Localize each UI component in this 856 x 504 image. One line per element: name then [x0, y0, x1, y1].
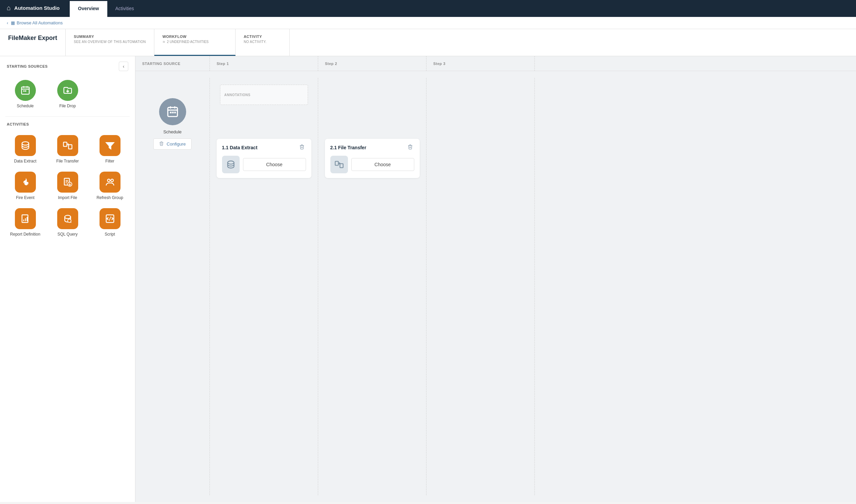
schedule-node-icon	[159, 98, 186, 125]
svg-rect-35	[174, 112, 176, 113]
info-cards: FileMaker Export SUMMARY SEE AN OVERVIEW…	[0, 29, 856, 56]
info-card-name: FileMaker Export	[0, 29, 66, 56]
info-card-summary[interactable]: SUMMARY SEE AN OVERVIEW OF THIS AUTOMATI…	[66, 29, 154, 56]
workflow-area: STARTING SOURCE Step 1 Step 2 Step 3	[136, 56, 856, 502]
step1-column: ANNOTATIONS 1.1 Data Extract	[210, 78, 318, 495]
col-header-step1: Step 1	[210, 56, 318, 71]
sidebar-item-script[interactable]: Script	[90, 205, 130, 239]
step2-choose-button[interactable]: Choose	[351, 158, 414, 171]
file-transfer-label: File Transfer	[56, 159, 79, 163]
sidebar-item-schedule[interactable]: Schedule	[5, 77, 45, 111]
script-label: Script	[105, 232, 115, 237]
breadcrumb-bar: ‹ ▦ Browse All Automations	[0, 17, 856, 29]
svg-point-7	[22, 142, 29, 145]
activity-title: ACTIVITY	[244, 35, 281, 39]
svg-rect-23	[26, 217, 28, 221]
main-layout: STARTING SOURCES ‹ Schedule	[0, 56, 856, 502]
info-card-workflow[interactable]: WORKFLOW ≋ 2 UNDEFINED ACTIVITIES	[154, 29, 236, 56]
col-header-step3: Step 3	[427, 56, 535, 71]
svg-rect-37	[335, 161, 338, 165]
automation-name: FileMaker Export	[8, 35, 57, 42]
workflow-title: WORKFLOW	[162, 35, 227, 39]
svg-rect-5	[25, 90, 26, 92]
svg-rect-4	[23, 90, 24, 92]
script-icon	[100, 208, 121, 229]
sidebar-item-import-file[interactable]: Import File	[48, 169, 87, 203]
refresh-group-icon	[100, 172, 121, 193]
svg-rect-22	[25, 218, 26, 221]
col-header-starting-source: STARTING SOURCE	[136, 56, 210, 71]
svg-point-24	[65, 215, 71, 219]
step2-delete-button[interactable]	[406, 144, 414, 151]
step2-icon-box	[331, 156, 348, 173]
workflow-icon: ≋	[162, 40, 165, 44]
activities-grid: Data Extract File Transfer	[0, 129, 135, 245]
annotations-label: ANNOTATIONS	[225, 93, 250, 97]
step2-card-body: Choose	[331, 156, 414, 173]
nav-tabs: Overview Activities	[70, 0, 142, 16]
schedule-icon	[15, 80, 36, 101]
home-icon[interactable]: ⌂	[7, 4, 11, 12]
svg-line-28	[109, 217, 111, 221]
summary-subtitle: SEE AN OVERVIEW OF THIS AUTOMATION	[74, 40, 146, 44]
info-card-activity[interactable]: ACTIVITY NO ACTIVITY.	[236, 29, 290, 56]
activity-subtitle: NO ACTIVITY.	[244, 40, 281, 44]
sidebar-item-file-transfer[interactable]: File Transfer	[48, 132, 87, 166]
top-nav: ⌂ Automation Studio Overview Activities	[0, 0, 856, 17]
step2-card-header: 2.1 File Transfer	[331, 144, 414, 151]
step2-title: 2.1 File Transfer	[331, 145, 367, 150]
step1-card-body: Choose	[222, 156, 306, 173]
step1-card-header: 1.1 Data Extract	[222, 144, 306, 151]
report-definition-icon	[15, 208, 36, 229]
sidebar-item-report-definition[interactable]: Report Definition	[5, 205, 45, 239]
svg-point-19	[111, 179, 113, 182]
left-sidebar: STARTING SOURCES ‹ Schedule	[0, 56, 136, 502]
sidebar-item-file-drop[interactable]: File Drop	[48, 77, 87, 111]
data-extract-label: Data Extract	[14, 159, 36, 163]
breadcrumb-link[interactable]: ▦ Browse All Automations	[11, 20, 63, 25]
sidebar-item-filter[interactable]: Filter	[90, 132, 130, 166]
workflow-header: STARTING SOURCE Step 1 Step 2 Step 3	[136, 56, 856, 71]
brand-label: Automation Studio	[14, 5, 59, 11]
brand: ⌂ Automation Studio	[0, 0, 66, 16]
sidebar-item-fire-event[interactable]: Fire Event	[5, 169, 45, 203]
svg-rect-33	[170, 112, 172, 113]
back-arrow[interactable]: ‹	[7, 20, 8, 25]
workflow-content: Schedule Configure	[136, 71, 856, 502]
sidebar-item-data-extract[interactable]: Data Extract	[5, 132, 45, 166]
step1-card: 1.1 Data Extract	[217, 139, 311, 178]
activities-section: ACTIVITIES	[0, 117, 135, 129]
filter-icon	[100, 135, 121, 156]
collapse-sidebar-btn[interactable]: ‹	[119, 61, 128, 71]
summary-title: SUMMARY	[74, 35, 146, 39]
col-header-step2: Step 2	[318, 56, 427, 71]
svg-rect-38	[340, 164, 343, 168]
schedule-node: Schedule Configure	[153, 98, 191, 150]
svg-rect-8	[63, 142, 67, 147]
workflow-subtitle: ≋ 2 UNDEFINED ACTIVITIES	[162, 40, 227, 44]
starting-sources-section: STARTING SOURCES ‹	[0, 56, 135, 74]
refresh-group-label: Refresh Group	[96, 195, 123, 200]
sql-query-label: SQL Query	[57, 232, 78, 237]
data-extract-icon	[15, 135, 36, 156]
svg-line-26	[70, 222, 71, 223]
tab-activities[interactable]: Activities	[107, 1, 142, 17]
starting-source-column: Schedule Configure	[136, 78, 210, 495]
fire-event-icon	[15, 172, 36, 193]
sidebar-item-refresh-group[interactable]: Refresh Group	[90, 169, 130, 203]
tab-overview[interactable]: Overview	[70, 1, 107, 17]
import-file-icon	[57, 172, 78, 193]
step1-choose-button[interactable]: Choose	[243, 158, 306, 171]
file-drop-label: File Drop	[59, 104, 76, 108]
report-definition-label: Report Definition	[10, 232, 40, 237]
file-drop-icon	[57, 80, 78, 101]
schedule-node-label: Schedule	[163, 129, 181, 134]
svg-rect-21	[23, 220, 24, 221]
configure-button[interactable]: Configure	[153, 139, 191, 150]
annotations-area: ANNOTATIONS	[220, 85, 308, 105]
step1-delete-button[interactable]	[298, 144, 306, 151]
sidebar-item-sql-query[interactable]: SQL Query	[48, 205, 87, 239]
svg-point-18	[107, 179, 110, 182]
svg-rect-34	[172, 112, 174, 113]
sql-query-icon	[57, 208, 78, 229]
